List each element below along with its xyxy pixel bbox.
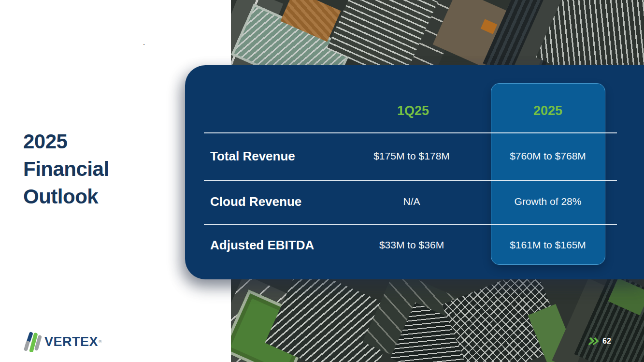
registered-trademark-symbol: ® (99, 339, 102, 344)
adjusted-ebitda-1q25-value: $33M to $36M (379, 239, 444, 251)
row-label-total-revenue: Total Revenue (210, 149, 295, 164)
page-marker: 62 (587, 336, 611, 346)
column-header-1q25: 1Q25 (397, 103, 429, 118)
page-number: 62 (602, 337, 611, 346)
table-divider (204, 180, 617, 181)
total-revenue-1q25-value: $175M to $178M (373, 150, 450, 162)
table-divider (204, 132, 617, 133)
row-label-adjusted-ebitda: Adjusted EBITDA (210, 238, 314, 253)
slide-title: 2025 Financial Outlook (23, 128, 109, 210)
table-divider (204, 224, 617, 225)
cloud-revenue-2025-value: Growth of 28% (515, 196, 582, 207)
row-label-cloud-revenue: Cloud Revenue (210, 194, 301, 209)
stray-dot-mark: . (143, 38, 145, 47)
adjusted-ebitda-2025-value: $161M to $165M (510, 239, 586, 251)
cloud-revenue-1q25-value: N/A (403, 196, 420, 207)
vertex-logo: VERTEX ® (22, 332, 102, 352)
total-revenue-2025-value: $760M to $768M (510, 150, 586, 162)
presentation-slide: 1Q25 2025 Total Revenue $175M to $178M $… (0, 0, 644, 362)
double-chevron-icon (587, 336, 601, 346)
vertex-logo-mark-icon (22, 332, 42, 352)
vertex-wordmark: VERTEX (44, 334, 98, 349)
column-header-2025: 2025 (533, 103, 562, 118)
outlook-table-card: 1Q25 2025 Total Revenue $175M to $178M $… (185, 65, 644, 279)
